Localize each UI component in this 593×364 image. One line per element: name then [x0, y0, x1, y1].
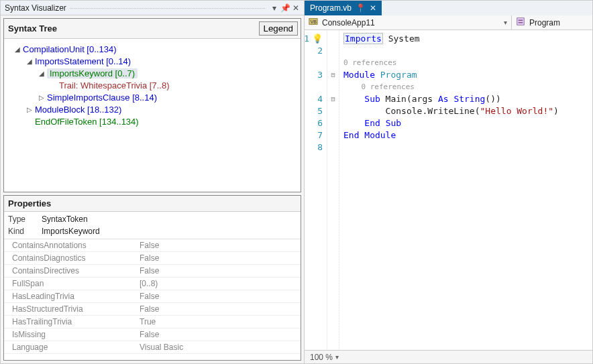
tree-node-label: ImportsStatement [0..14) [35, 56, 131, 66]
panel-title: Syntax Visualizer [3, 3, 66, 13]
properties-summary-row: TypeSyntaxToken [8, 213, 296, 225]
code-token: End [364, 118, 380, 128]
project-combo[interactable]: VB ConsoleApp11 ▾ [305, 15, 512, 29]
tree-expander-icon[interactable]: ▷ [25, 106, 34, 113]
vb-project-icon: VB [309, 17, 318, 28]
fold-spacer [327, 33, 339, 45]
property-row[interactable]: IsMissingFalse [4, 328, 301, 341]
tree-node[interactable]: ◢CompilationUnit [0..134) [7, 43, 298, 55]
property-row[interactable]: HasTrailingTriviaTrue [4, 316, 301, 328]
zoom-label: 100 % [310, 353, 333, 362]
fold-spacer [327, 129, 339, 141]
project-combo-label: ConsoleApp11 [322, 18, 375, 27]
code-token [383, 34, 388, 44]
syntax-visualizer-panel: Syntax Visualizer ▾ 📌 ✕ Syntax Tree Lege… [0, 0, 305, 364]
line-number: 3 [305, 69, 323, 81]
tree-node-label: CompilationUnit [0..134) [23, 44, 116, 54]
svg-rect-4 [519, 22, 523, 23]
property-row[interactable]: LanguageVisual Basic [4, 341, 301, 354]
tree-node-label: Trail: WhitespaceTrivia [7..8) [59, 80, 169, 90]
tree-header: Syntax Tree Legend [4, 19, 301, 39]
code-line[interactable] [343, 141, 592, 154]
tree-node[interactable]: ◢ImportsStatement [0..14) [7, 55, 298, 67]
svg-rect-2 [517, 18, 525, 25]
module-icon [516, 17, 525, 28]
editor-tabbar: Program.vb 📍 ✕ [305, 1, 592, 15]
tree-node-label: ModuleBlock [18..132) [35, 105, 121, 115]
tree-node-label: EndOfFileToken [134..134) [35, 117, 139, 127]
panel-grip[interactable] [70, 8, 265, 9]
code-token [343, 118, 364, 128]
property-row[interactable]: HasLeadingTriviaFalse [4, 290, 301, 303]
code-token: Sub [364, 94, 380, 104]
tree-expander-icon[interactable]: ▷ [38, 94, 46, 101]
tree-node[interactable]: Trail: WhitespaceTrivia [7..8) [7, 79, 298, 91]
scope-combo[interactable]: Program [512, 15, 592, 29]
code-line[interactable]: Module Program [343, 69, 592, 81]
legend-button[interactable]: Legend [259, 21, 298, 36]
close-icon[interactable]: ✕ [290, 3, 301, 13]
tree-expander-icon[interactable]: ◢ [13, 46, 21, 53]
pin-icon[interactable]: 📌 [280, 3, 290, 13]
code-token: Module [343, 70, 375, 80]
codelens[interactable]: 0 references [343, 57, 592, 69]
lightbulb-icon[interactable]: 💡 [312, 33, 323, 45]
property-row[interactable]: ContainsAnnotationsFalse [4, 239, 301, 252]
tree-node[interactable]: EndOfFileToken [134..134) [7, 115, 298, 127]
code-token [375, 70, 380, 80]
code-token: String [453, 94, 485, 104]
panel-header: Syntax Visualizer ▾ 📌 ✕ [1, 1, 304, 15]
code-area[interactable]: Imports System 0 referencesModule Progra… [339, 30, 592, 350]
tab-close-icon[interactable]: ✕ [370, 3, 376, 13]
dropdown-icon[interactable]: ▾ [269, 3, 280, 13]
code-token: ()) [485, 94, 500, 104]
line-number: 4 [305, 93, 323, 105]
tree-title: Syntax Tree [8, 23, 259, 34]
editor-nav-bar: VB ConsoleApp11 ▾ Program [305, 15, 592, 30]
code-token [343, 94, 364, 104]
editor-area[interactable]: 1 💡2 3 45678 ⊟ ⊟ Imports System 0 refere… [305, 30, 592, 350]
property-row[interactable]: HasStructuredTriviaFalse [4, 303, 301, 316]
code-line[interactable]: Imports System [343, 33, 592, 45]
fold-spacer [327, 117, 339, 129]
code-token: Imports [343, 33, 383, 44]
editor-panel: Program.vb 📍 ✕ VB ConsoleApp11 ▾ Program… [305, 0, 593, 364]
line-number: 2 [305, 45, 323, 57]
tree-expander-icon[interactable]: ◢ [38, 70, 46, 77]
fold-gutter[interactable]: ⊟ ⊟ [327, 30, 339, 350]
properties-grid[interactable]: ContainsAnnotationsFalseContainsDiagnost… [4, 239, 301, 360]
fold-toggle-icon[interactable]: ⊟ [327, 69, 339, 81]
property-row[interactable]: ContainsDirectivesFalse [4, 265, 301, 278]
tree-node[interactable]: ▷SimpleImportsClause [8..14) [7, 91, 298, 103]
tree-node[interactable]: ▷ModuleBlock [18..132) [7, 103, 298, 115]
code-token: Sub [386, 118, 401, 128]
tree-node-label: SimpleImportsClause [8..14) [47, 93, 157, 103]
fold-spacer [327, 45, 339, 57]
properties-summary: TypeSyntaxTokenKindImportsKeyword [4, 212, 301, 239]
code-line[interactable]: End Module [343, 129, 592, 141]
scope-combo-label: Program [529, 18, 560, 27]
tree-node[interactable]: ◢ImportsKeyword [0..7) [7, 67, 298, 79]
tree-node-label: ImportsKeyword [0..7) [47, 68, 138, 78]
line-number: 6 [305, 117, 323, 129]
tree-body[interactable]: ◢CompilationUnit [0..134)◢ImportsStateme… [4, 39, 301, 192]
syntax-tree-section: Syntax Tree Legend ◢CompilationUnit [0..… [3, 18, 301, 192]
fold-spacer [327, 141, 339, 154]
code-line[interactable] [343, 45, 592, 57]
code-line[interactable]: End Sub [343, 117, 592, 129]
tree-expander-icon[interactable]: ◢ [25, 58, 34, 65]
property-row[interactable]: ContainsDiagnosticsFalse [4, 252, 301, 265]
tab-pin-icon[interactable]: 📍 [356, 3, 366, 13]
codelens[interactable]: 0 references [343, 81, 592, 93]
zoom-combo[interactable]: 100 % ▾ [305, 350, 592, 363]
fold-spacer [327, 57, 339, 69]
fold-toggle-icon[interactable]: ⊟ [327, 93, 339, 105]
properties-title: Properties [4, 196, 301, 212]
editor-tab[interactable]: Program.vb 📍 ✕ [305, 1, 382, 15]
code-line[interactable]: Sub Main(args As String()) [343, 93, 592, 105]
fold-spacer [327, 81, 339, 93]
code-line[interactable]: Console.WriteLine("Hello World!") [343, 105, 592, 117]
property-row[interactable]: FullSpan[0..8) [4, 278, 301, 290]
code-token: Main(args [380, 94, 438, 104]
line-number: 7 [305, 129, 323, 141]
